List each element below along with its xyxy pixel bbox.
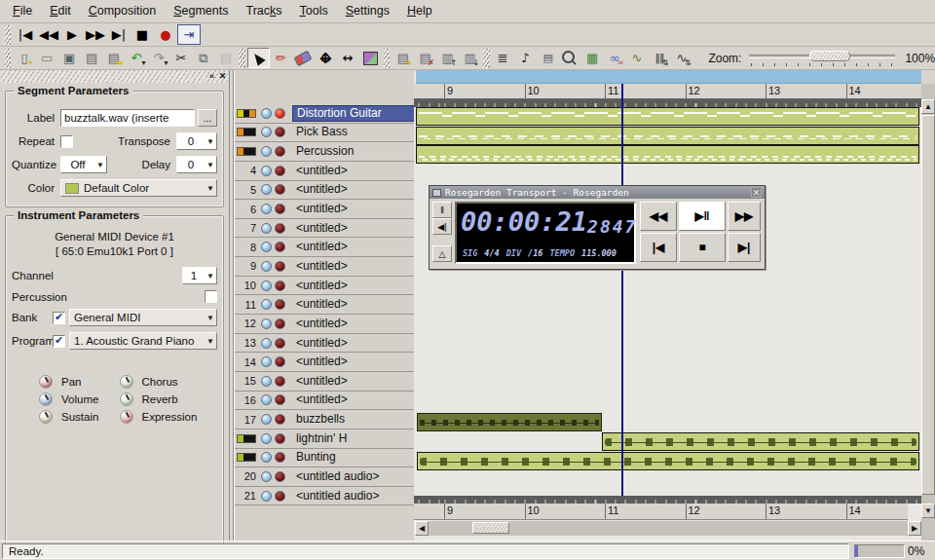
track-mute-led[interactable] xyxy=(261,471,272,482)
bar-ruler-bottom[interactable]: 9101112131415 xyxy=(414,504,908,520)
delete-track-icon[interactable]: ▤✗ xyxy=(414,48,436,68)
track-mute-led[interactable] xyxy=(261,127,272,137)
stop-button[interactable]: ■ xyxy=(679,233,726,262)
track-record-led[interactable] xyxy=(275,376,285,387)
track-name[interactable]: <untitled> xyxy=(292,335,415,352)
volume-knob[interactable] xyxy=(39,392,53,406)
repeat-checkbox[interactable] xyxy=(60,135,73,148)
track-mute-led[interactable] xyxy=(261,280,272,291)
notation-editor-icon[interactable]: ♪ xyxy=(514,48,537,68)
track-row-4[interactable]: 4<untitled> xyxy=(235,162,415,181)
track-row-8[interactable]: 8<untitled> xyxy=(235,238,415,257)
hscroll-thumb[interactable] xyxy=(472,522,509,534)
menu-composition[interactable]: Composition xyxy=(80,0,165,22)
track-row-13[interactable]: 13<untitled> xyxy=(235,334,415,354)
track-record-led[interactable] xyxy=(275,223,285,234)
toolbar-handle[interactable] xyxy=(5,25,11,45)
track-record-led[interactable] xyxy=(275,184,285,195)
track-mute-led[interactable] xyxy=(261,414,272,425)
track-record-led[interactable] xyxy=(275,242,285,252)
menu-tools[interactable]: Tools xyxy=(291,0,337,22)
track-mute-led[interactable] xyxy=(261,452,272,463)
track-name[interactable]: <untitled> xyxy=(292,239,415,255)
track-record-led[interactable] xyxy=(275,452,285,463)
track-record-led[interactable] xyxy=(275,280,285,291)
tick-ruler-bottom[interactable] xyxy=(414,496,921,504)
dock-undock-icon[interactable]: « xyxy=(206,71,217,82)
stop-icon[interactable]: ■ xyxy=(131,24,154,45)
track-mute-led[interactable] xyxy=(261,108,272,119)
bar-ruler-top[interactable]: 9101112131415 xyxy=(414,84,921,99)
track-row-21[interactable]: 21<untitled audio> xyxy=(235,487,415,506)
track-name[interactable]: <untitled audio> xyxy=(292,488,415,504)
dock-close-icon[interactable]: ✕ xyxy=(217,71,228,82)
track-mute-led[interactable] xyxy=(261,184,272,195)
track-record-led[interactable] xyxy=(275,299,285,310)
audio-mixer-icon[interactable]: ∿⇅ xyxy=(670,48,692,68)
segment-canvas[interactable]: 9101112131415 9101112131415 ◀ ▶ xyxy=(414,70,921,541)
program-select[interactable]: 1. Acoustic Grand Piano▼ xyxy=(69,332,217,350)
track-row-18[interactable]: lightnin' H xyxy=(235,429,415,449)
color-select[interactable]: Default Color▼ xyxy=(60,179,217,197)
track-record-led[interactable] xyxy=(275,491,285,502)
transport-titlebar[interactable]: Rosegarden Transport - Rosegarden ✕ xyxy=(430,186,765,199)
open-file-icon[interactable]: ▭ xyxy=(36,48,58,68)
track-name[interactable]: <untitled> xyxy=(292,373,415,390)
chorus-knob[interactable] xyxy=(120,375,133,389)
track-record-led[interactable] xyxy=(275,471,285,482)
quantize-select[interactable]: Off▼ xyxy=(60,156,107,173)
menu-file[interactable]: File xyxy=(4,0,41,22)
track-record-led[interactable] xyxy=(275,414,285,425)
track-name[interactable]: lightnin' H xyxy=(292,430,415,447)
zoom-slider[interactable] xyxy=(749,50,895,67)
vscroll-thumb[interactable] xyxy=(921,115,935,495)
move-tool-icon[interactable] xyxy=(315,48,337,68)
record-icon[interactable]: ● xyxy=(154,24,177,45)
bank-select[interactable]: General MIDI▼ xyxy=(69,309,217,326)
segment-track2[interactable] xyxy=(416,127,919,145)
track-name[interactable]: <untitled> xyxy=(292,316,415,332)
track-name[interactable]: <untitled> xyxy=(292,278,415,294)
menu-settings[interactable]: Settings xyxy=(337,0,398,22)
track-row-11[interactable]: 11<untitled> xyxy=(235,295,415,315)
segment-track19[interactable] xyxy=(417,452,919,470)
new-file-icon[interactable]: ▯✶ xyxy=(14,48,36,68)
track-name[interactable]: buzzbells xyxy=(292,411,415,428)
redo-icon[interactable]: ↷▾ xyxy=(147,48,169,68)
manage-devices-icon[interactable]: ∞∞ xyxy=(604,48,626,68)
sustain-knob[interactable] xyxy=(39,410,53,424)
track-record-led[interactable] xyxy=(275,108,285,119)
bank-checkbox[interactable] xyxy=(53,312,65,324)
to-end-button[interactable]: ▶| xyxy=(728,233,761,262)
print-preview-icon[interactable]: ▤▬ xyxy=(103,48,126,68)
track-mute-led[interactable] xyxy=(261,223,272,234)
track-mute-led[interactable] xyxy=(261,166,272,176)
track-name[interactable]: Percussion xyxy=(292,143,415,160)
fast-forward-icon[interactable]: ▶▶ xyxy=(84,24,107,45)
track-mute-led[interactable] xyxy=(261,146,272,157)
delay-select[interactable]: 0▼ xyxy=(176,156,217,173)
track-name[interactable]: <untitled> xyxy=(292,296,415,313)
track-row-2[interactable]: Pick Bass xyxy=(235,124,415,143)
step-back-button[interactable]: ◀| xyxy=(432,218,452,235)
segment-track1[interactable] xyxy=(416,107,919,126)
track-row-17[interactable]: 17buzzbells xyxy=(235,410,415,429)
track-row-15[interactable]: 15<untitled> xyxy=(235,372,415,392)
scroll-right-icon[interactable]: ▶ xyxy=(908,521,921,536)
segment-track3[interactable] xyxy=(416,145,919,164)
track-record-led[interactable] xyxy=(275,166,285,176)
track-mute-led[interactable] xyxy=(261,318,272,329)
track-mute-led[interactable] xyxy=(261,299,272,310)
play-pause-button[interactable]: ▶‖ xyxy=(679,202,726,231)
add-track-icon[interactable]: ▤★ xyxy=(392,48,414,68)
midi-mixer-icon[interactable]: ‖‖⇅ xyxy=(648,48,670,68)
track-name[interactable]: <untitled> xyxy=(292,201,415,217)
transport-close-icon[interactable]: ✕ xyxy=(751,187,762,198)
track-record-led[interactable] xyxy=(275,261,285,272)
track-row-9[interactable]: 9<untitled> xyxy=(235,257,415,277)
track-row-12[interactable]: 12<untitled> xyxy=(235,315,415,334)
track-name[interactable]: <untitled> xyxy=(292,181,415,198)
track-row-10[interactable]: 10<untitled> xyxy=(235,277,415,296)
track-name[interactable]: <untitled> xyxy=(292,163,415,179)
toolbar-handle[interactable] xyxy=(5,49,11,68)
